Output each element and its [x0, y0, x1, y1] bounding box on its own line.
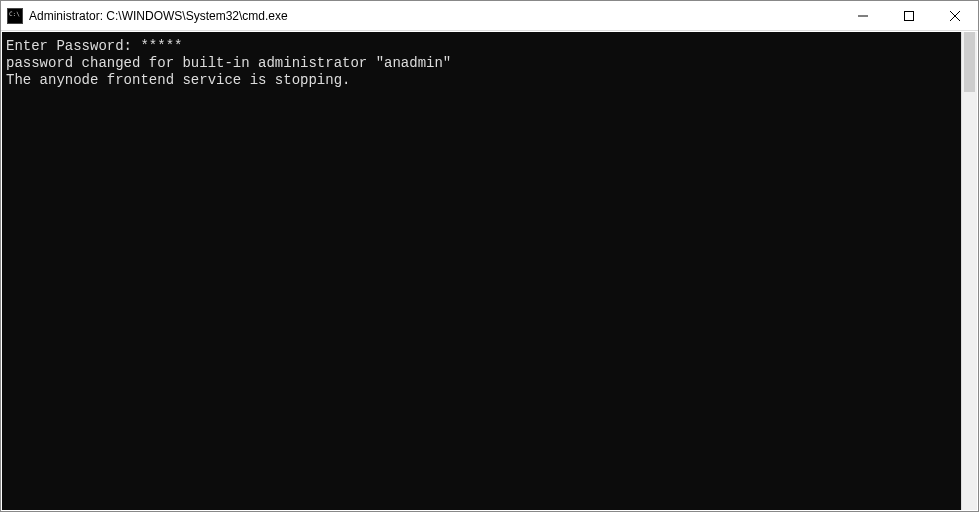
console-output[interactable]: Enter Password: ***** password changed f… [2, 32, 961, 510]
titlebar[interactable]: Administrator: C:\WINDOWS\System32\cmd.e… [1, 1, 978, 31]
minimize-icon [858, 11, 868, 21]
vertical-scrollbar[interactable] [961, 32, 977, 510]
cmd-window: Administrator: C:\WINDOWS\System32\cmd.e… [0, 0, 979, 512]
console-area: Enter Password: ***** password changed f… [1, 31, 978, 511]
maximize-icon [904, 11, 914, 21]
console-line: password changed for built-in administra… [6, 55, 451, 71]
close-button[interactable] [932, 1, 978, 30]
close-icon [950, 11, 960, 21]
scrollbar-thumb[interactable] [964, 32, 975, 92]
minimize-button[interactable] [840, 1, 886, 30]
svg-rect-1 [905, 11, 914, 20]
window-title: Administrator: C:\WINDOWS\System32\cmd.e… [29, 9, 840, 23]
maximize-button[interactable] [886, 1, 932, 30]
console-line: Enter Password: ***** [6, 38, 182, 54]
console-line: The anynode frontend service is stopping… [6, 72, 350, 88]
cmd-icon [7, 8, 23, 24]
window-controls [840, 1, 978, 30]
